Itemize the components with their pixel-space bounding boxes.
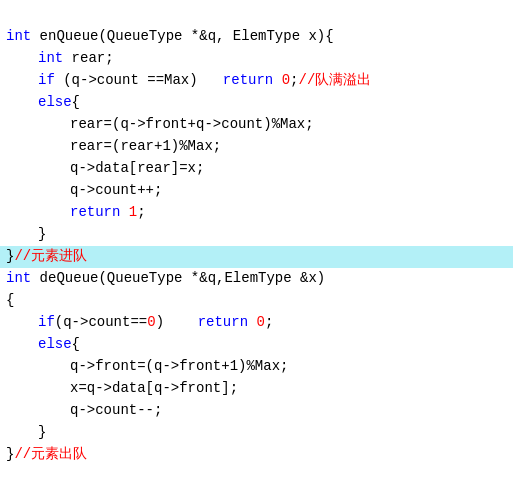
indent	[6, 180, 70, 202]
code-line-13: {	[0, 290, 513, 312]
kw-token: else	[38, 334, 72, 356]
fn-token: rear=(q->front+q->count)%Max;	[70, 114, 314, 136]
kw-token: else	[38, 92, 72, 114]
code-line-17: x=q->data[q->front];	[0, 378, 513, 400]
code-editor: int enQueue(QueueType *&q, ElemType x){ …	[0, 0, 513, 470]
fn-token: deQueue(QueueType *&q,ElemType &x)	[31, 268, 325, 290]
indent	[6, 202, 70, 224]
fn-token: q->front=(q->front+1)%Max;	[70, 356, 288, 378]
fn-token: q->count--;	[70, 400, 162, 422]
code-line-20: }//元素出队	[0, 444, 513, 466]
code-line-18: q->count--;	[0, 400, 513, 422]
fn-token: rear=(rear+1)%Max;	[70, 136, 221, 158]
fn-token: }	[38, 224, 46, 246]
fn-token: q->count++;	[70, 180, 162, 202]
comment-token: //元素进队	[14, 246, 87, 268]
fn-token: ;	[137, 202, 145, 224]
kw-token: int	[6, 268, 31, 290]
comment-token: //元素出队	[14, 444, 87, 466]
kw-token: if	[38, 312, 55, 334]
code-line-7: q->data[rear]=x;	[0, 158, 513, 180]
code-line-15: else{	[0, 334, 513, 356]
fn-token: x=q->data[q->front];	[70, 378, 238, 400]
indent	[6, 312, 38, 334]
comment-token: //队满溢出	[298, 70, 371, 92]
fn-token: q->data[rear]=x;	[70, 158, 204, 180]
indent	[6, 224, 38, 246]
kw-token: int	[6, 26, 31, 48]
indent	[6, 356, 70, 378]
code-line-3: if (q->count ==Max) return 0;//队满溢出	[0, 70, 513, 92]
indent	[6, 48, 38, 70]
code-line-8: q->count++;	[0, 180, 513, 202]
code-line-1: int enQueue(QueueType *&q, ElemType x){	[0, 26, 513, 48]
code-line-19: }	[0, 422, 513, 444]
fn-token: ;	[290, 70, 298, 92]
indent	[6, 136, 70, 158]
fn-token: }	[38, 422, 46, 444]
fn-token: rear;	[63, 48, 113, 70]
indent	[6, 422, 38, 444]
fn-token: (q->count==	[55, 312, 147, 334]
code-line-4: else{	[0, 92, 513, 114]
num-token: 0	[147, 312, 155, 334]
fn-token: {	[72, 92, 80, 114]
fn-token: {	[6, 290, 14, 312]
fn-token: )	[156, 312, 198, 334]
kw-token: int	[38, 48, 63, 70]
indent	[6, 114, 70, 136]
code-line-5: rear=(q->front+q->count)%Max;	[0, 114, 513, 136]
indent	[6, 92, 38, 114]
code-line-10: }	[0, 224, 513, 246]
kw-token: return	[70, 202, 120, 224]
fn-token: }	[6, 246, 14, 268]
code-line-11: }//元素进队	[0, 246, 513, 268]
fn-token: {	[72, 334, 80, 356]
indent	[6, 378, 70, 400]
fn-token: }	[6, 444, 14, 466]
code-line-12: int deQueue(QueueType *&q,ElemType &x)	[0, 268, 513, 290]
indent	[6, 158, 70, 180]
fn-token: ;	[265, 312, 273, 334]
num-token: 0	[273, 70, 290, 92]
indent	[6, 70, 38, 92]
indent	[6, 400, 70, 422]
indent	[6, 334, 38, 356]
kw-token: if	[38, 70, 55, 92]
kw-token: return	[223, 70, 273, 92]
fn-token: enQueue(QueueType *&q, ElemType x){	[31, 26, 333, 48]
num-token: 0	[248, 312, 265, 334]
code-line-2: int rear;	[0, 48, 513, 70]
code-line-16: q->front=(q->front+1)%Max;	[0, 356, 513, 378]
kw-token: return	[198, 312, 248, 334]
num-token: 1	[120, 202, 137, 224]
code-line-14: if(q->count==0) return 0;	[0, 312, 513, 334]
fn-token: (q->count ==Max)	[55, 70, 223, 92]
code-line-9: return 1;	[0, 202, 513, 224]
code-line-6: rear=(rear+1)%Max;	[0, 136, 513, 158]
